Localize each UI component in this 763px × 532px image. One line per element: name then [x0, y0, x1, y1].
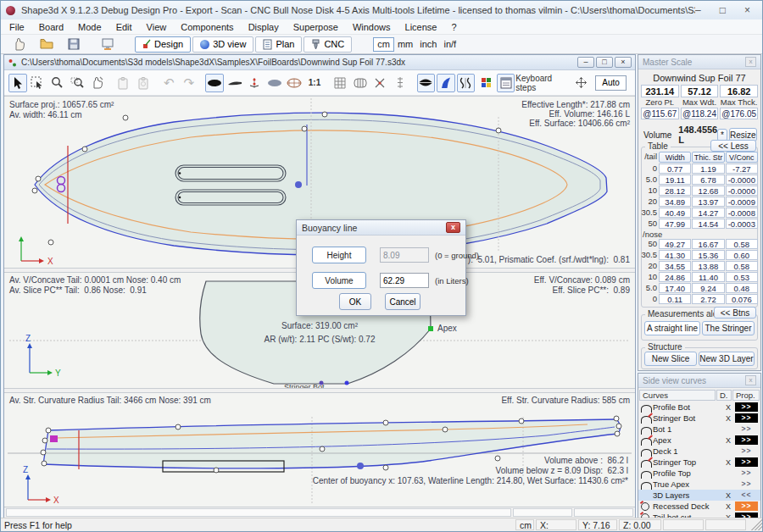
document-titlebar[interactable]: C:\Users\thoma\Documents\S3d models\Shap… — [4, 55, 635, 70]
properties-panel-icon[interactable] — [497, 74, 515, 92]
curve-list-item[interactable]: Bot 1 >> — [638, 424, 760, 435]
width-cell[interactable]: 41.30 — [659, 250, 691, 260]
width-cell[interactable]: 24.86 — [659, 272, 691, 282]
menu-item[interactable]: Windows — [353, 22, 391, 32]
undo-icon[interactable]: ↶ — [160, 74, 179, 92]
width-cell[interactable]: 49.27 — [659, 239, 691, 249]
vconc-cell[interactable]: -0.0000 — [726, 175, 758, 185]
curve-name[interactable]: True Apex — [653, 479, 721, 489]
vconc-cell[interactable]: 0.48 — [726, 283, 758, 293]
stringer-curves-icon[interactable] — [457, 74, 476, 92]
curve-prop-button[interactable]: >> — [735, 468, 758, 478]
doc-minimize-button[interactable]: – — [577, 57, 594, 68]
side-curves-titlebar[interactable]: Side view curves x — [638, 374, 760, 388]
menu-item[interactable]: Superpose — [293, 22, 338, 32]
3d-view-button[interactable]: 3D view — [192, 36, 253, 53]
master-scale-close-icon[interactable]: x — [745, 57, 756, 67]
thickness-cell[interactable]: 13.88 — [692, 261, 724, 271]
width-cell[interactable]: 47.99 — [659, 219, 691, 229]
measure-icon[interactable] — [391, 74, 409, 92]
curve-list-item[interactable]: Recessed Deck X >> — [638, 501, 760, 512]
close-button[interactable]: × — [744, 4, 750, 16]
cut-icon[interactable] — [371, 74, 390, 92]
curve-list-item[interactable]: True Apex >> — [638, 479, 760, 490]
width-cell[interactable]: 34.89 — [659, 197, 691, 207]
zoom-region-icon[interactable] — [69, 74, 87, 92]
dimension-value[interactable]: 231.14 — [641, 85, 679, 97]
thickness-cell[interactable]: 6.78 — [692, 175, 724, 185]
table-header-vconc[interactable]: V/Conc — [726, 152, 758, 163]
side-curves-close-icon[interactable]: x — [745, 375, 756, 385]
thickness-cell[interactable]: 9.24 — [692, 283, 724, 293]
width-cell[interactable]: 40.49 — [659, 208, 691, 218]
curve-name[interactable]: Recessed Deck — [653, 502, 721, 511]
fin-icon[interactable] — [437, 74, 455, 92]
height-button[interactable]: Height — [312, 247, 366, 263]
profile-view-icon[interactable] — [226, 74, 244, 92]
vconc-cell[interactable]: -0.0000 — [726, 186, 758, 196]
vconc-cell[interactable]: 0.58 — [726, 261, 758, 271]
deck-view-icon[interactable] — [265, 74, 284, 92]
thickness-cell[interactable]: 14.27 — [692, 208, 724, 218]
outline-view-icon[interactable] — [205, 74, 224, 92]
thickness-cell[interactable]: 15.36 — [692, 250, 724, 260]
curve-list-item[interactable]: Profile Bot X >> — [638, 402, 760, 413]
dialog-close-button[interactable]: x — [446, 222, 460, 233]
straight-line-button[interactable]: A straight line — [644, 321, 700, 335]
menu-item[interactable]: ? — [451, 22, 456, 32]
menu-item[interactable]: License — [405, 22, 437, 32]
design-mode-button[interactable]: Design — [135, 36, 191, 53]
select-cursor-icon[interactable] — [8, 74, 27, 92]
curve-list-item[interactable]: 3D Layers X << — [638, 490, 760, 501]
curve-list-item[interactable]: Deck 1 >> — [638, 446, 760, 457]
vconc-cell[interactable]: -7.27 — [726, 163, 758, 174]
pan-hand-icon[interactable] — [88, 74, 107, 92]
hand-tool-icon[interactable] — [11, 36, 28, 52]
unit-cm[interactable]: cm — [373, 37, 394, 52]
prop-col-header[interactable]: Prop. — [732, 390, 760, 401]
bottom-view-icon[interactable] — [417, 74, 436, 92]
unit-option[interactable]: in/f — [440, 37, 459, 52]
menu-item[interactable]: Display — [248, 22, 279, 32]
curve-name[interactable]: Apex — [653, 435, 721, 445]
display-col-header[interactable]: D. — [716, 390, 732, 401]
table-header-width[interactable]: Width — [659, 152, 691, 163]
save-icon[interactable] — [65, 36, 82, 52]
vconc-cell[interactable]: -0.0003 — [726, 219, 758, 229]
menu-item[interactable]: View — [147, 22, 167, 32]
curve-name[interactable]: Bot 1 — [653, 424, 721, 434]
curve-display-flag[interactable]: X — [721, 403, 735, 412]
curve-name[interactable]: Profile Bot — [653, 402, 721, 412]
curve-prop-button[interactable]: >> — [735, 479, 758, 489]
curve-name[interactable]: Stringer Bot — [653, 413, 721, 423]
width-cell[interactable]: 17.40 — [659, 283, 691, 293]
vconc-cell[interactable]: 0.60 — [726, 250, 758, 260]
curve-prop-button[interactable]: >> — [735, 402, 758, 412]
curve-list-item[interactable]: Stringer Bot X >> — [638, 413, 760, 424]
width-cell[interactable]: 34.55 — [659, 261, 691, 271]
curve-prop-button[interactable]: << — [735, 490, 758, 500]
curve-prop-button[interactable]: >> — [735, 435, 758, 445]
stringer-button[interactable]: The Stringer — [702, 321, 755, 335]
doc-restore-button[interactable]: □ — [596, 57, 613, 68]
scale-1-1[interactable]: 1:1 — [305, 74, 324, 92]
cnc-button[interactable]: CNC — [304, 36, 352, 53]
auto-button[interactable]: Auto — [595, 75, 627, 91]
thickness-cell[interactable]: 14.54 — [692, 219, 724, 229]
new-3d-layer-button[interactable]: New 3D Layer — [699, 352, 755, 366]
curve-display-flag[interactable]: X — [721, 436, 735, 445]
curve-prop-button[interactable]: >> — [735, 413, 758, 423]
curve-name[interactable]: 3D Layers — [653, 490, 721, 500]
curve-display-flag[interactable]: X — [721, 502, 735, 511]
curve-prop-button[interactable]: >> — [735, 424, 758, 434]
zoom-icon[interactable] — [48, 74, 67, 92]
thickness-cell[interactable]: 13.97 — [692, 197, 724, 207]
vconc-cell[interactable]: 0.076 — [726, 294, 758, 304]
open-folder-icon[interactable] — [38, 36, 55, 52]
vconc-cell[interactable]: 0.58 — [726, 239, 758, 249]
plan-button[interactable]: Plan — [255, 36, 302, 53]
menu-item[interactable]: Components — [181, 22, 233, 32]
curve-list-item[interactable]: Apex X >> — [638, 435, 760, 446]
curve-name[interactable]: Profile Top — [653, 468, 721, 478]
scan-icon[interactable] — [99, 36, 116, 52]
